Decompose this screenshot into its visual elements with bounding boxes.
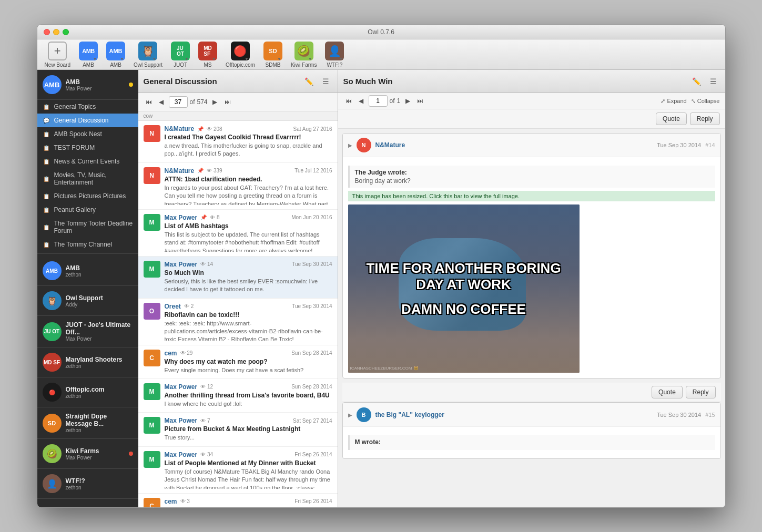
- thread-preview: True story...: [165, 434, 332, 442]
- toolbar-btn-sdmb[interactable]: SD▼ SDMB: [260, 39, 286, 70]
- last-page-button[interactable]: ⏭: [415, 96, 425, 106]
- list-item[interactable]: N N&Mature 📌 👁 208 Sat Aug 27 2016 I cre…: [138, 121, 338, 163]
- owl-label: Owl Support: [134, 62, 162, 68]
- list-item[interactable]: C cem 👁 3 Fri Sep 26 2014 Haji Bob's Sch…: [138, 494, 338, 507]
- toolbar-btn-amb2[interactable]: AMB▼ AMB: [103, 39, 128, 70]
- list-item[interactable]: C cem 👁 29 Sun Sep 28 2014 Why does my c…: [138, 345, 338, 379]
- list-view-button[interactable]: ☰: [320, 75, 332, 88]
- sidebar-account-amb2[interactable]: AMB AMB zethon: [37, 256, 138, 286]
- page-input[interactable]: [369, 95, 388, 107]
- minimize-button[interactable]: [53, 29, 59, 35]
- sidebar-avatar-juot: JU OT: [43, 322, 62, 341]
- toolbar-btn-wtf[interactable]: 👤▼ WTF!?: [322, 39, 347, 70]
- thread-content: Max Power 👁 34 Fri Sep 26 2014 List of P…: [165, 451, 332, 489]
- sidebar-account-juot[interactable]: JU OT JUOT - Joe's Ultimate Off... Max P…: [37, 316, 138, 347]
- sidebar-item-test-forum[interactable]: 📋 TEST FORUM: [37, 141, 138, 155]
- toolbar-btn-amb1[interactable]: AMB▼ AMB: [76, 39, 101, 70]
- new-board-button[interactable]: + New Board: [42, 39, 74, 70]
- acct-name: Straight Dope Message B...: [66, 413, 133, 427]
- quote-button-bottom[interactable]: Quote: [652, 386, 683, 398]
- sidebar-item-tommy-tooter[interactable]: 📋 The Tommy Tooter Deadline Forum: [37, 217, 138, 238]
- kiwifarms-label: Kiwi Farms: [291, 62, 317, 68]
- sidebar-item-label: Pictures Pictures Pictures: [54, 192, 126, 200]
- list-item[interactable]: M Max Power 👁 7 Sat Sep 27 2014 Picture …: [138, 413, 338, 446]
- first-page-button[interactable]: ⏮: [343, 96, 354, 106]
- sidebar-item-pictures[interactable]: 📋 Pictures Pictures Pictures: [37, 189, 138, 203]
- sidebar-account-owl[interactable]: 🦉 Owl Support Addy: [37, 286, 138, 316]
- reply-button-top[interactable]: Reply: [690, 112, 720, 125]
- post-header-15[interactable]: ▶ B the Big "AL" keylogger Tue Sep 30 20…: [343, 403, 720, 427]
- reply-button-bottom[interactable]: Reply: [686, 386, 716, 398]
- sidebar-avatar-amb2: AMB: [43, 261, 62, 280]
- next-page-button[interactable]: ▶: [402, 96, 413, 106]
- list-item[interactable]: M Max Power 👁 14 Tue Sep 30 2014 So Much…: [138, 257, 338, 299]
- toolbar-btn-owl[interactable]: 🦉▼ Owl Support: [130, 39, 166, 70]
- post-header[interactable]: ▶ N N&Mature Tue Sep 30 2014 #14: [343, 134, 720, 157]
- sidebar-item-general-topics[interactable]: 📋 General Topics: [37, 100, 138, 114]
- toolbar-btn-offtopic[interactable]: 🔴▼ Offtopic.com: [222, 39, 258, 70]
- post-timestamp: Tue Sep 30 2014: [657, 142, 701, 148]
- thread-meta: Max Power 👁 14 Tue Sep 30 2014: [165, 261, 332, 268]
- toolbar-btn-ms[interactable]: MDSF▼ MS: [195, 39, 220, 70]
- post-quote-author: The Judge wrote:: [355, 169, 710, 176]
- maximize-button[interactable]: [63, 29, 69, 35]
- toolbar-btn-kiwifarms[interactable]: 🥝▼ Kiwi Farms: [288, 39, 320, 70]
- list-item[interactable]: M Max Power 👁 12 Sun Sep 28 2014 Another…: [138, 379, 338, 413]
- acct-sub: Addy: [66, 302, 103, 308]
- bottom-actions-bar: Quote Reply: [342, 383, 721, 402]
- sidebar-account-info: Straight Dope Message B... zethon: [66, 413, 133, 433]
- prev-page-button[interactable]: ◀: [356, 96, 367, 106]
- sidebar-item-peanut-gallery[interactable]: 📋 Peanut Gallery: [37, 203, 138, 217]
- collapse-button[interactable]: ⤡ Collapse: [691, 98, 720, 105]
- image-resize-notice[interactable]: This image has been resized. Click this …: [348, 191, 715, 201]
- forum-icon: 📋: [43, 103, 50, 110]
- toolbar-btn-juot[interactable]: JUOT▼ JUOT: [168, 39, 193, 70]
- sidebar-account-kiwifarms[interactable]: 🥝 Kiwi Farms Max Power: [37, 439, 138, 469]
- thread-avatar: M: [144, 417, 160, 434]
- list-item[interactable]: O Oreet 👁 2 Tue Sep 30 2014 Riboflavin c…: [138, 299, 338, 345]
- close-button[interactable]: [44, 29, 50, 35]
- acct-name: WTF!?: [66, 477, 85, 485]
- sidebar-item-tommy-channel[interactable]: 📋 The Tommy Channel: [37, 238, 138, 251]
- thread-views: 👁 3: [180, 498, 190, 504]
- expand-collapse-controls: ⤢ Expand ⤡ Collapse: [661, 98, 719, 105]
- list-item[interactable]: M Max Power 👁 34 Fri Sep 26 2014 List of…: [138, 447, 338, 494]
- last-page-button[interactable]: ⏭: [222, 97, 233, 107]
- thread-preview: In regards to your post about GAT: Treac…: [165, 184, 332, 205]
- thread-author: Max Power: [165, 383, 198, 391]
- sidebar-item-label: General Discussion: [54, 117, 109, 124]
- sidebar-account-maryland[interactable]: MD SF Maryland Shooters zethon: [37, 347, 138, 377]
- page-total: 1: [397, 97, 401, 105]
- thread-meta: cem 👁 29 Sun Sep 28 2014: [165, 350, 332, 357]
- acct-sub: zethon: [66, 363, 123, 369]
- thread-date: Sun Sep 28 2014: [291, 350, 332, 356]
- sidebar-account-sdmb[interactable]: SD Straight Dope Message B... zethon: [37, 407, 138, 439]
- page-input[interactable]: [169, 96, 188, 108]
- amb1-icon: AMB▼: [79, 42, 98, 60]
- left-pane-pagination: ⏮ ◀ of 574 ▶ ⏭: [138, 93, 338, 111]
- sidebar-item-general-discussion[interactable]: 💬 General Discussion: [37, 114, 138, 127]
- sidebar-account-amb[interactable]: AMB AMB Max Power: [37, 70, 138, 100]
- next-page-button[interactable]: ▶: [210, 97, 220, 107]
- post-content-area[interactable]: ▶ N N&Mature Tue Sep 30 2014 #14 The Jud…: [338, 129, 725, 507]
- quote-button-top[interactable]: Quote: [656, 112, 687, 125]
- list-options-button[interactable]: ☰: [707, 75, 720, 88]
- prev-page-button[interactable]: ◀: [156, 97, 167, 107]
- compose-post-button[interactable]: ✏️: [690, 75, 703, 88]
- expand-button[interactable]: ⤢ Expand: [661, 98, 686, 105]
- sidebar-item-amb-spook-nest[interactable]: 📋 AMB Spook Nest: [37, 127, 138, 141]
- list-item[interactable]: M Max Power 📌 👁 8 Mon Jun 20 2016 List o…: [138, 210, 338, 257]
- first-page-button[interactable]: ⏮: [144, 97, 154, 107]
- sidebar-account-wtf[interactable]: 👤 WTF!? zethon: [37, 469, 138, 499]
- compose-button[interactable]: ✏️: [303, 75, 316, 88]
- list-item[interactable]: N N&Mature 📌 👁 339 Tue Jul 12 2016 ATTN:…: [138, 163, 338, 210]
- post-body-15: M wrote:: [343, 427, 720, 458]
- sidebar-item-movies[interactable]: 📋 Movies, TV, Music, Entertainment: [37, 168, 138, 189]
- sidebar-item-news[interactable]: 📋 News & Current Events: [37, 155, 138, 168]
- post-timestamp-15: Tue Sep 30 2014: [657, 412, 701, 418]
- sidebar-account-offtopic[interactable]: 🔴 Offtopic.com zethon: [37, 377, 138, 407]
- dropdown-arrow5: ▼: [212, 57, 216, 62]
- sidebar-avatar-sdmb: SD: [43, 414, 62, 433]
- thread-content: N&Mature 📌 👁 208 Sat Aug 27 2016 I creat…: [165, 125, 332, 158]
- amb2-icon: AMB▼: [106, 42, 125, 60]
